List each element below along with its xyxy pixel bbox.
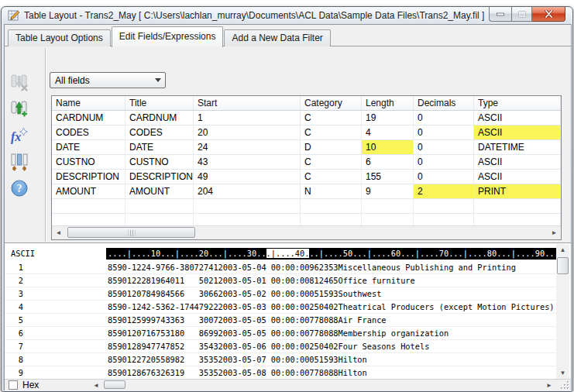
cell-title[interactable]: CARDNUM xyxy=(125,111,194,126)
column-header-title[interactable]: Title xyxy=(125,96,194,110)
record-row-7[interactable]: 78590128947747852 35432003-05-06 00:00:0… xyxy=(5,340,556,353)
record-row-3[interactable]: 38590120784984566 30662003-05-02 00:00:0… xyxy=(5,287,556,301)
cell-start[interactable]: 24 xyxy=(194,140,301,155)
cell-title[interactable]: DESCRIPTION xyxy=(125,170,194,184)
record-vscrollbar[interactable]: ▲ ▼ xyxy=(556,244,569,379)
cell-title[interactable]: AMOUNT xyxy=(125,184,194,199)
cell-title[interactable]: DATE xyxy=(125,140,194,155)
field-row-description[interactable]: DESCRIPTIONDESCRIPTION49C1550ASCII xyxy=(52,170,561,184)
column-header-type[interactable]: Type xyxy=(474,96,561,110)
field-row-cardnum[interactable]: CARDNUMCARDNUM1C190ASCII xyxy=(52,111,561,126)
cell-decimals[interactable]: 0 xyxy=(414,140,474,155)
cell-start[interactable]: 204 xyxy=(194,184,301,199)
edit-expression-button[interactable]: fx xyxy=(9,126,29,146)
cell-decimals[interactable]: 0 xyxy=(414,155,474,170)
cell-start[interactable]: 49 xyxy=(194,170,301,184)
cell-decimals[interactable]: 0 xyxy=(414,170,474,184)
field-row-date[interactable]: DATEDATE24D100DATETIME xyxy=(52,140,561,155)
field-row-codes[interactable]: CODESCODES20C40ASCII xyxy=(52,126,561,140)
cell-name[interactable]: CARDNUM xyxy=(52,111,125,126)
record-row-9[interactable]: 98590128676326319 35352003-05-08 00:00:0… xyxy=(5,366,556,380)
ruler-segment: ....|....10...|....20...|....30.. xyxy=(108,249,266,258)
scroll-right-icon[interactable]: ► xyxy=(544,380,555,390)
cell-name[interactable]: CUSTNO xyxy=(52,155,125,170)
column-header-name[interactable]: Name xyxy=(52,96,125,110)
cell-start[interactable]: 20 xyxy=(194,126,301,140)
scroll-right-icon[interactable]: ► xyxy=(548,226,561,239)
cell-length[interactable]: 9 xyxy=(362,184,414,199)
cell-category[interactable]: C xyxy=(301,111,362,126)
fields-table-hscrollbar[interactable]: ◄ ► xyxy=(52,225,561,239)
bottom-bar: Hex ◄ ► xyxy=(5,379,571,390)
field-row-amount[interactable]: AMOUNTAMOUNT204N92PRINT xyxy=(52,184,561,199)
record-row-2[interactable]: 28590122281964011 50212003-05-01 00:00:0… xyxy=(5,274,556,287)
record-row-6[interactable]: 68590120716753180 86992003-05-05 00:00:0… xyxy=(5,327,556,340)
record-vscroll-thumb[interactable] xyxy=(557,257,569,274)
column-header-decimals[interactable]: Decimals xyxy=(414,96,474,110)
field-row-custno[interactable]: CUSTNOCUSTNO43C60ASCII xyxy=(52,155,561,170)
cell-name[interactable]: AMOUNT xyxy=(52,184,125,199)
scroll-left-icon[interactable]: ◄ xyxy=(52,226,65,239)
cell-length[interactable]: 4 xyxy=(362,126,414,140)
cell-start[interactable]: 43 xyxy=(194,155,301,170)
delete-field-button[interactable] xyxy=(9,73,29,93)
record-hscroll-thumb[interactable] xyxy=(104,380,125,389)
record-row-5[interactable]: 58590125999743363 30072003-05-05 00:00:0… xyxy=(5,314,556,327)
record-text: 8590-1224-9766-380727412003-05-04 00:00:… xyxy=(108,261,516,273)
record-number: 5 xyxy=(6,314,23,326)
hex-checkbox[interactable] xyxy=(9,380,18,390)
chevron-down-icon xyxy=(155,78,161,82)
cell-name[interactable]: CODES xyxy=(52,126,125,140)
cell-length[interactable]: 155 xyxy=(362,170,414,184)
columns-shift-icon xyxy=(10,153,29,171)
cell-category[interactable]: D xyxy=(301,140,362,155)
tab-table-layout-options[interactable]: Table Layout Options xyxy=(8,29,111,46)
add-field-button[interactable] xyxy=(9,99,29,119)
cell-title[interactable]: CODES xyxy=(125,126,194,140)
cell-type[interactable]: ASCII xyxy=(474,111,561,126)
cell-category[interactable]: N xyxy=(301,184,362,199)
cell-title[interactable]: CUSTNO xyxy=(125,155,194,170)
resize-grip[interactable] xyxy=(560,380,570,390)
cell-decimals[interactable]: 0 xyxy=(414,126,474,140)
field-row-empty xyxy=(52,199,561,214)
record-row-4[interactable]: 48590-1242-5362-174479222003-05-03 00:00… xyxy=(5,301,556,314)
cell-type xyxy=(474,199,561,214)
record-row-1[interactable]: 18590-1224-9766-380727412003-05-04 00:00… xyxy=(5,261,556,274)
scroll-left-icon[interactable]: ◄ xyxy=(91,380,101,390)
cell-type[interactable]: ASCII xyxy=(474,155,561,170)
scroll-up-icon[interactable]: ▲ xyxy=(556,244,569,256)
record-row-8[interactable]: 88590122720558982 35352003-05-07 00:00:0… xyxy=(5,353,556,366)
cell-decimals[interactable]: 2 xyxy=(414,184,474,199)
cell-decimals[interactable]: 0 xyxy=(414,111,474,126)
column-header-length[interactable]: Length xyxy=(362,96,414,110)
cell-category[interactable]: C xyxy=(301,155,362,170)
cell-type[interactable]: ASCII xyxy=(474,170,561,184)
cell-category[interactable]: C xyxy=(301,126,362,140)
cell-type[interactable]: DATETIME xyxy=(474,140,561,155)
cell-type[interactable]: PRINT xyxy=(474,184,561,199)
field-filter-dropdown[interactable]: All fields xyxy=(50,72,166,88)
title-bar[interactable]: Table Layout - Trans2_May [ C:\Users\lac… xyxy=(2,7,572,24)
cell-name[interactable]: DESCRIPTION xyxy=(52,170,125,184)
cell-start[interactable]: 1 xyxy=(194,111,301,126)
tab-add-new-data-filter[interactable]: Add a New Data Filter xyxy=(224,29,330,46)
column-header-category[interactable]: Category xyxy=(301,96,362,110)
tab-edit-fields-expressions[interactable]: Edit Fields/Expressions xyxy=(112,26,224,47)
close-button[interactable] xyxy=(532,7,565,22)
cell-type[interactable]: ASCII xyxy=(474,126,561,140)
cell-name[interactable]: DATE xyxy=(52,140,125,155)
fields-table-hscroll-thumb[interactable] xyxy=(67,227,195,238)
record-text: 8590122720558982 35352003-05-07 00:00:00… xyxy=(108,353,367,366)
help-button[interactable]: ? xyxy=(9,178,29,198)
scroll-down-icon[interactable]: ▼ xyxy=(556,367,569,379)
shift-fields-button[interactable] xyxy=(9,152,29,172)
cell-category[interactable]: C xyxy=(301,170,362,184)
minimize-button[interactable] xyxy=(489,7,511,22)
cell-length[interactable]: 10 xyxy=(362,140,414,155)
record-hscrollbar[interactable]: ◄ ► xyxy=(91,380,555,390)
cell-length[interactable]: 19 xyxy=(362,111,414,126)
maximize-button[interactable] xyxy=(511,7,532,22)
cell-length[interactable]: 6 xyxy=(362,155,414,170)
column-header-start[interactable]: Start xyxy=(194,96,301,110)
